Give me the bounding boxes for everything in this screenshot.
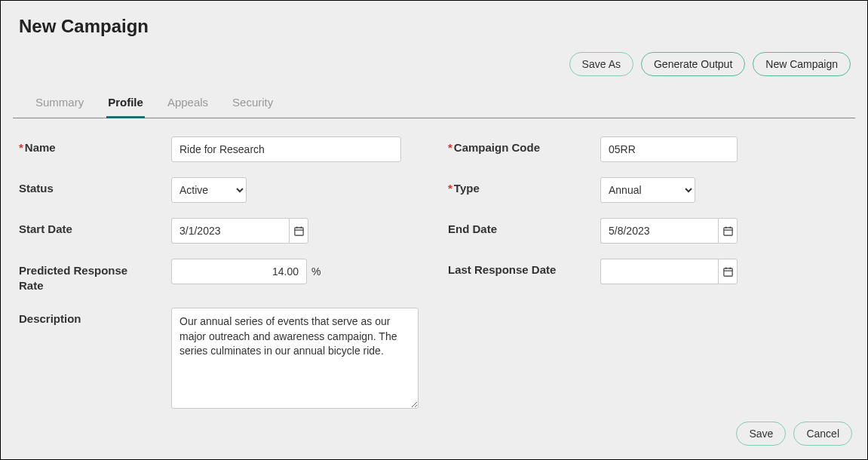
last-response-date-label: Last Response Date [448,259,576,276]
percent-symbol: % [311,265,321,278]
predicted-rate-label: Predicted Response Rate [19,259,147,293]
start-date-input[interactable] [171,218,289,244]
start-date-picker-button[interactable] [289,218,308,244]
predicted-rate-input[interactable] [171,259,307,284]
tab-bar: Summary Profile Appeals Security [13,90,855,118]
svg-rect-0 [294,227,302,235]
new-campaign-button[interactable]: New Campaign [753,52,851,76]
save-as-button[interactable]: Save As [569,52,633,76]
name-label: Name [19,136,147,154]
type-select[interactable]: Annual [600,177,695,203]
page-title: New Campaign [13,16,855,37]
calendar-icon [722,225,734,237]
campaign-code-input[interactable] [600,136,738,162]
footer-action-bar: Save Cancel [736,422,852,446]
last-response-date-input[interactable] [600,259,718,284]
campaign-code-label: Campaign Code [448,136,576,154]
end-date-label: End Date [448,218,576,235]
generate-output-button[interactable]: Generate Output [641,52,745,76]
type-label: Type [448,177,576,195]
end-date-picker-button[interactable] [718,218,738,244]
svg-rect-4 [723,227,732,235]
cancel-button[interactable]: Cancel [793,422,852,446]
end-date-input[interactable] [600,218,718,244]
tab-appeals[interactable]: Appeals [166,90,210,118]
tab-summary[interactable]: Summary [34,90,85,118]
calendar-icon [293,225,305,237]
form-grid: Name Campaign Code Status Active Type An… [13,136,855,409]
status-label: Status [19,177,147,195]
description-label: Description [19,308,147,325]
svg-rect-8 [723,268,732,275]
calendar-icon [722,266,734,278]
name-input[interactable] [171,136,401,162]
tab-profile[interactable]: Profile [106,90,145,118]
tab-security[interactable]: Security [231,90,275,118]
top-action-bar: Save As Generate Output New Campaign [13,52,855,76]
description-textarea[interactable] [171,308,419,409]
campaign-form-panel: New Campaign Save As Generate Output New… [1,1,867,459]
start-date-label: Start Date [19,218,147,235]
last-response-date-picker-button[interactable] [718,259,738,284]
save-button[interactable]: Save [736,422,786,446]
status-select[interactable]: Active [171,177,247,203]
